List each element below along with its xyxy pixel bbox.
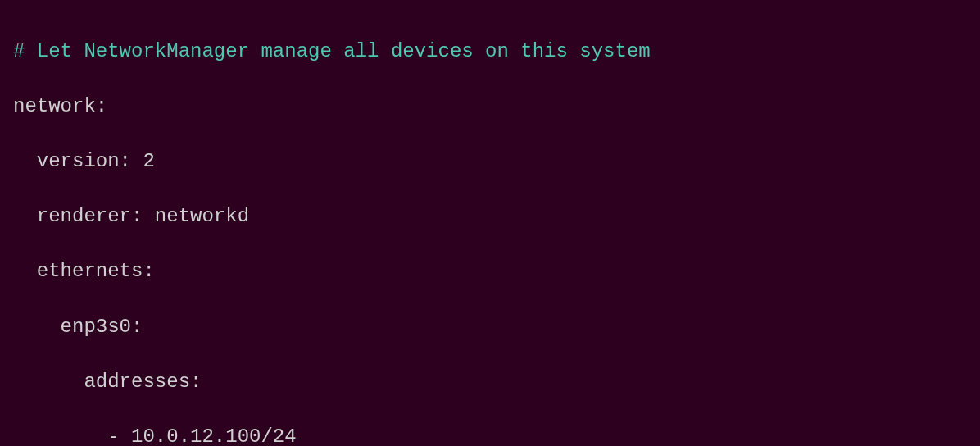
yaml-comment: # Let NetworkManager manage all devices … (13, 38, 967, 66)
yaml-renderer: renderer: networkd (13, 203, 967, 230)
yaml-addresses-key: addresses: (13, 368, 967, 396)
yaml-network-key: network: (13, 93, 967, 121)
yaml-address-item: - 10.0.12.100/24 (13, 423, 967, 446)
yaml-ethernets: ethernets: (13, 257, 967, 285)
yaml-version: version: 2 (13, 148, 967, 175)
yaml-interface: enp3s0: (13, 313, 967, 341)
terminal-editor[interactable]: # Let NetworkManager manage all devices … (13, 10, 967, 446)
